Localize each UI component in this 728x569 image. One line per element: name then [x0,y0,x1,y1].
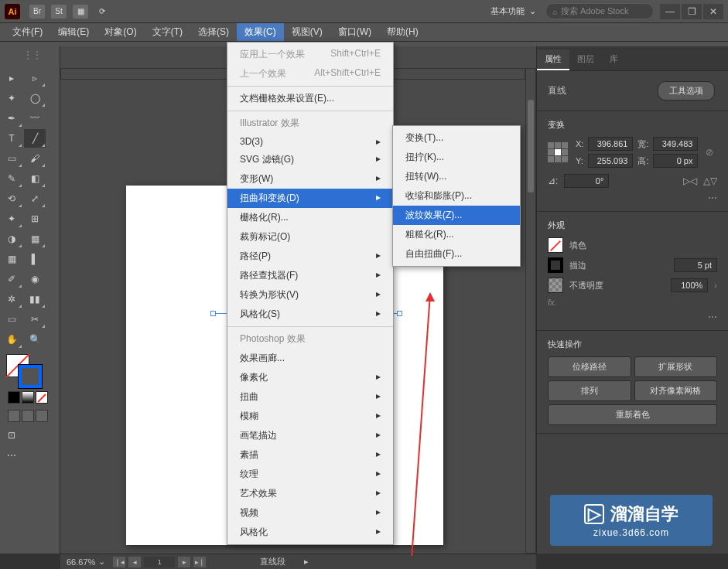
effect-convert-shape-item[interactable]: 转换为形状(V)▸ [227,285,393,305]
flip-h-icon[interactable]: ▷◁ [683,175,697,186]
stroke-color-swatch[interactable] [548,257,563,273]
menu-help[interactable]: 帮助(H) [379,23,426,41]
close-button[interactable]: ✕ [703,4,723,19]
menu-object[interactable]: 对象(O) [97,23,144,41]
more-options-icon[interactable]: ⋯ [708,193,717,203]
selection-handle-left[interactable] [210,311,216,316]
opacity-swatch[interactable] [548,278,563,293]
stroke-swatch[interactable] [19,365,42,388]
opacity-input[interactable] [671,278,708,292]
tab-libraries[interactable]: 库 [602,49,626,70]
gpu-icon[interactable]: ⟳ [94,5,110,19]
effect-stylize-ps-item[interactable]: 风格化▸ [227,523,393,542]
effect-brush-strokes-item[interactable]: 画笔描边▸ [227,426,393,445]
menu-effect[interactable]: 效果(C) [237,23,284,41]
menu-select[interactable]: 选择(S) [190,23,237,41]
arrange-docs-icon[interactable]: ▦ [73,5,88,19]
restore-button[interactable]: ❐ [682,4,702,19]
w-input[interactable] [653,137,698,151]
perspective-tool[interactable]: ▦ [24,230,46,248]
menu-view[interactable]: 视图(V) [284,23,330,41]
effect-sketch-item[interactable]: 素描▸ [227,445,393,465]
line-tool[interactable]: ╱ [24,129,46,148]
submenu-twist-item[interactable]: 扭转(W)... [393,167,520,186]
effect-path-item[interactable]: 路径(P)▸ [227,247,393,266]
stroke-weight-input[interactable] [674,258,717,272]
tool-options-button[interactable]: 工具选项 [658,81,715,101]
link-wh-icon[interactable]: ⊘ [706,147,713,158]
scrollbar-thumb[interactable] [528,100,534,193]
prev-artboard-button[interactable]: ◂ [128,557,141,567]
pen-tool[interactable]: ✒ [1,109,22,128]
next-artboard-button[interactable]: ▸ [178,557,190,567]
align-pixel-button[interactable]: 对齐像素网格 [634,380,718,401]
width-tool[interactable]: ✦ [1,210,22,228]
draw-behind-icon[interactable] [22,410,34,422]
menu-edit[interactable]: 编辑(E) [50,23,97,41]
effect-blur-item[interactable]: 模糊▸ [227,407,393,426]
workspace-switcher[interactable]: 基本功能 ⌄ [490,5,536,17]
effect-warp-item[interactable]: 变形(W)▸ [227,169,393,189]
recolor-button[interactable]: 重新着色 [548,404,717,425]
last-artboard-button[interactable]: ▸❘ [193,557,206,567]
none-mode-icon[interactable] [36,391,48,404]
bridge-icon[interactable]: Br [29,5,45,19]
screen-mode-icon[interactable]: ⊡ [1,426,22,445]
rectangle-tool[interactable]: ▭ [1,149,22,168]
magic-wand-tool[interactable]: ✦ [1,89,22,107]
mesh-tool[interactable]: ▦ [1,250,22,268]
effect-artistic-item[interactable]: 艺术效果▸ [227,484,393,503]
effect-rasterize-item[interactable]: 栅格化(R)... [227,208,393,227]
symbol-sprayer-tool[interactable]: ✲ [1,290,22,308]
effect-distort-transform-item[interactable]: 扭曲和变换(D)▸ [227,189,393,208]
arrange-button[interactable]: 排列 [548,380,631,401]
edit-toolbar-icon[interactable]: ⋯ [1,446,22,465]
fill-color-swatch[interactable] [548,237,563,253]
zoom-level[interactable]: 66.67%⌄ [67,557,105,567]
tab-layers[interactable]: 图层 [569,49,602,70]
selection-handle-right[interactable] [397,311,402,316]
apply-last-effect-item[interactable]: 应用上一个效果Shift+Ctrl+E [227,45,393,64]
submenu-tweak-item[interactable]: 扭拧(K)... [393,148,520,167]
effect-texture-item[interactable]: 纹理▸ [227,465,393,484]
fx-icon[interactable]: fx. [548,298,557,307]
paintbrush-tool[interactable]: 🖌 [24,149,46,168]
draw-inside-icon[interactable] [36,410,48,422]
angle-input[interactable] [564,174,609,188]
x-input[interactable] [588,137,633,151]
menu-type[interactable]: 文字(T) [145,23,190,41]
stock-icon[interactable]: St [51,5,67,19]
draw-normal-icon[interactable] [8,410,20,422]
free-transform-tool[interactable]: ⊞ [24,210,46,228]
doc-raster-settings-item[interactable]: 文档栅格效果设置(E)... [227,89,393,108]
effect-pathfinder-item[interactable]: 路径查找器(F)▸ [227,266,393,285]
submenu-roughen-item[interactable]: 粗糙化(R)... [393,225,520,244]
effect-svg-item[interactable]: SVG 滤镜(G)▸ [227,150,393,169]
effect-video-item[interactable]: 视频▸ [227,503,393,523]
hand-tool[interactable]: ✋ [1,330,22,349]
first-artboard-button[interactable]: ❘◂ [113,557,125,567]
shaper-tool[interactable]: ✎ [1,169,22,188]
menu-window[interactable]: 窗口(W) [330,23,379,41]
menu-file[interactable]: 文件(F) [5,23,50,41]
zoom-tool[interactable]: 🔍 [24,330,46,349]
effect-distort-item[interactable]: 扭曲▸ [227,387,393,407]
submenu-free-distort-item[interactable]: 自由扭曲(F)... [393,244,520,264]
artboard-tool[interactable]: ▭ [1,310,22,329]
flip-v-icon[interactable]: △▽ [703,175,717,186]
submenu-pucker-item[interactable]: 收缩和膨胀(P)... [393,186,520,206]
appearance-more-icon[interactable]: ⋯ [708,312,717,322]
submenu-zigzag-item[interactable]: 波纹效果(Z)... [393,206,520,225]
opacity-chevron-icon[interactable]: › [714,281,717,290]
search-input[interactable]: ⌕ 搜索 Adobe Stock [545,3,654,19]
slice-tool[interactable]: ✂ [24,310,46,329]
scrollbar-vertical[interactable] [525,68,536,554]
reference-point-selector[interactable] [548,142,568,162]
selection-tool[interactable]: ▸ [1,69,22,87]
gradient-tool[interactable]: ▌ [24,250,46,268]
effect-cropmarks-item[interactable]: 裁剪标记(O) [227,227,393,247]
shape-builder-tool[interactable]: ◑ [1,230,22,248]
fill-stroke-control[interactable] [0,354,60,388]
gradient-mode-icon[interactable] [22,391,34,404]
submenu-transform-item[interactable]: 变换(T)... [393,128,520,148]
